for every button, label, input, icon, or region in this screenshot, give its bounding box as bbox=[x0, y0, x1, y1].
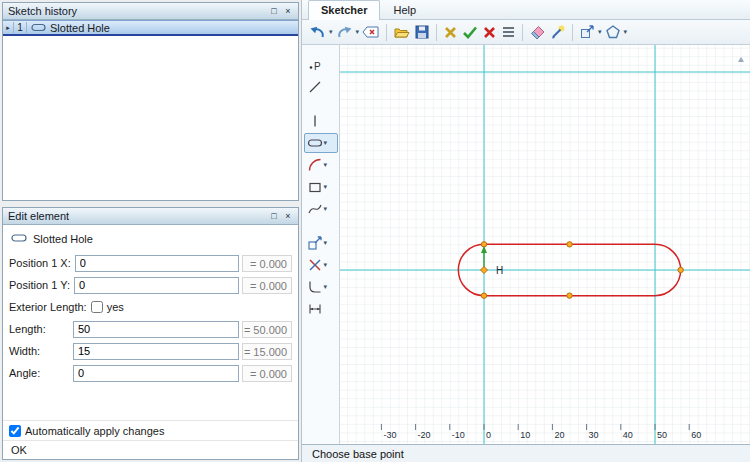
fit-view-button[interactable] bbox=[577, 22, 597, 43]
control-point[interactable] bbox=[567, 242, 572, 247]
ruler-label: 20 bbox=[554, 430, 564, 440]
auto-apply-checkbox[interactable] bbox=[9, 425, 21, 437]
sketch-canvas[interactable]: -30-20-100102030405060 H bbox=[340, 45, 750, 444]
ruler-label: 0 bbox=[486, 430, 491, 440]
history-row[interactable]: ▸ 1 Slotted Hole bbox=[3, 20, 298, 36]
dialog-status-text: OK bbox=[11, 444, 27, 456]
field-label: Exterior Length: bbox=[9, 301, 91, 313]
ruler-label: 60 bbox=[691, 430, 701, 440]
element-type-label: Slotted Hole bbox=[33, 233, 93, 245]
tool-corner[interactable]: ▾ bbox=[304, 277, 338, 297]
field-computed-value: = 15.000 bbox=[242, 343, 292, 360]
tool-dropdown-icon[interactable]: ▾ bbox=[323, 205, 329, 213]
edit-element-footer: Automatically apply changes OK bbox=[3, 420, 298, 459]
tab-help[interactable]: Help bbox=[380, 0, 429, 19]
tool-palette: P ▾ ▾ ▾ bbox=[302, 45, 340, 444]
row-marker-icon: ▸ bbox=[3, 24, 13, 32]
slotted-hole-icon bbox=[27, 23, 48, 32]
tool-vertical-line[interactable] bbox=[304, 111, 338, 131]
edit-element-title: Edit element bbox=[6, 210, 267, 222]
close-icon[interactable]: × bbox=[281, 4, 295, 19]
field-input[interactable] bbox=[74, 277, 239, 294]
dialog-status-row: OK bbox=[3, 440, 298, 459]
edit-field-row: Length: = 50.000 bbox=[3, 318, 298, 340]
history-row-label: Slotted Hole bbox=[48, 22, 110, 34]
field-computed-value: = 50.000 bbox=[242, 321, 292, 338]
redo-button[interactable] bbox=[334, 22, 355, 43]
tool-dropdown-icon[interactable]: ▾ bbox=[323, 261, 329, 269]
ruler-label: -10 bbox=[452, 430, 465, 440]
close-icon[interactable]: × bbox=[281, 209, 295, 224]
fit-view-dropdown-icon[interactable]: ▾ bbox=[597, 28, 603, 36]
tool-slotted-hole[interactable]: ▾ bbox=[304, 133, 338, 153]
cancel-button[interactable] bbox=[480, 22, 499, 43]
edit-field-row: Exterior Length: yes bbox=[3, 296, 298, 318]
discard-button[interactable] bbox=[441, 22, 460, 43]
accept-button[interactable] bbox=[460, 22, 480, 43]
tool-dropdown-icon[interactable]: ▾ bbox=[323, 161, 329, 169]
shape-tool-button[interactable] bbox=[603, 22, 623, 43]
auto-apply-label: Automatically apply changes bbox=[25, 425, 164, 437]
format-pen-button[interactable] bbox=[548, 22, 568, 43]
sketch-history-titlebar[interactable]: Sketch history □ × bbox=[3, 3, 298, 20]
control-point[interactable] bbox=[678, 267, 683, 272]
ruler-label: 30 bbox=[589, 430, 599, 440]
edit-field-row: Position 1 X: = 0.000 bbox=[3, 252, 298, 274]
undo-dropdown-icon[interactable]: ▾ bbox=[328, 28, 334, 36]
main-toolbar: ▾ ▾ bbox=[302, 20, 750, 45]
slotted-hole-icon bbox=[11, 233, 27, 245]
tool-spline[interactable]: ▾ bbox=[304, 199, 338, 219]
save-button[interactable] bbox=[412, 22, 432, 43]
toolbar-separator bbox=[436, 24, 437, 41]
tool-dropdown-icon[interactable]: ▾ bbox=[323, 139, 329, 147]
tool-dropdown-icon[interactable]: ▾ bbox=[323, 239, 329, 247]
open-button[interactable] bbox=[391, 22, 412, 43]
toolbar-separator bbox=[522, 24, 523, 41]
edit-element-panel: Edit element □ × Slotted Hole Position 1… bbox=[2, 207, 299, 460]
field-input[interactable] bbox=[73, 321, 239, 338]
field-input[interactable] bbox=[75, 255, 239, 272]
ruler-label: 50 bbox=[657, 430, 667, 440]
tool-transform[interactable]: ▾ bbox=[304, 233, 338, 253]
status-message: Choose base point bbox=[312, 448, 404, 460]
maximize-icon[interactable]: □ bbox=[267, 209, 281, 224]
ruler-label: 10 bbox=[520, 430, 530, 440]
maximize-icon[interactable]: □ bbox=[267, 4, 281, 19]
edit-field-row: Position 1 Y: = 0.000 bbox=[3, 274, 298, 296]
tool-rectangle[interactable]: ▾ bbox=[304, 177, 338, 197]
menu-button[interactable] bbox=[499, 22, 518, 43]
field-computed-value: = 0.000 bbox=[242, 365, 292, 382]
origin-h-label: H bbox=[496, 265, 503, 276]
field-computed-value: = 0.000 bbox=[242, 277, 292, 294]
field-input[interactable] bbox=[73, 343, 239, 360]
ruler-label: 40 bbox=[623, 430, 633, 440]
app-window: Sketch history □ × ▸ 1 Slotted Hole Edit… bbox=[0, 0, 750, 462]
history-row-number: 1 bbox=[13, 22, 27, 33]
field-checkbox[interactable] bbox=[91, 301, 103, 313]
sketch-history-panel: Sketch history □ × ▸ 1 Slotted Hole bbox=[2, 2, 299, 201]
edit-fields: Position 1 X: = 0.000 Position 1 Y: = 0.… bbox=[3, 250, 298, 384]
eraser-button[interactable] bbox=[527, 22, 548, 43]
tool-trim[interactable]: ▾ bbox=[304, 255, 338, 275]
sketcher-window: SketcherHelp ▾ ▾ bbox=[301, 0, 750, 462]
field-computed-value: = 0.000 bbox=[242, 255, 292, 272]
tool-arc[interactable]: ▾ bbox=[304, 155, 338, 175]
undo-button[interactable] bbox=[307, 22, 328, 43]
tool-dropdown-icon[interactable]: ▾ bbox=[323, 283, 329, 291]
control-point[interactable] bbox=[567, 293, 572, 298]
tool-point[interactable]: P bbox=[304, 55, 338, 75]
toolbar-separator bbox=[572, 24, 573, 41]
workspace: P ▾ ▾ ▾ bbox=[302, 45, 750, 444]
tool-line[interactable] bbox=[304, 77, 338, 97]
shape-tool-dropdown-icon[interactable]: ▾ bbox=[623, 28, 629, 36]
tool-dimension[interactable] bbox=[304, 299, 338, 319]
edit-element-titlebar[interactable]: Edit element □ × bbox=[3, 208, 298, 225]
field-input[interactable] bbox=[73, 365, 239, 382]
tab-sketcher[interactable]: Sketcher bbox=[308, 0, 380, 20]
element-type-row: Slotted Hole bbox=[3, 225, 298, 250]
sketch-history-title: Sketch history bbox=[6, 5, 267, 17]
control-point[interactable] bbox=[481, 293, 486, 298]
edit-element-body: Slotted Hole Position 1 X: = 0.000 Posit… bbox=[3, 225, 298, 459]
delete-element-button[interactable] bbox=[360, 22, 382, 43]
tool-dropdown-icon[interactable]: ▾ bbox=[323, 183, 329, 191]
